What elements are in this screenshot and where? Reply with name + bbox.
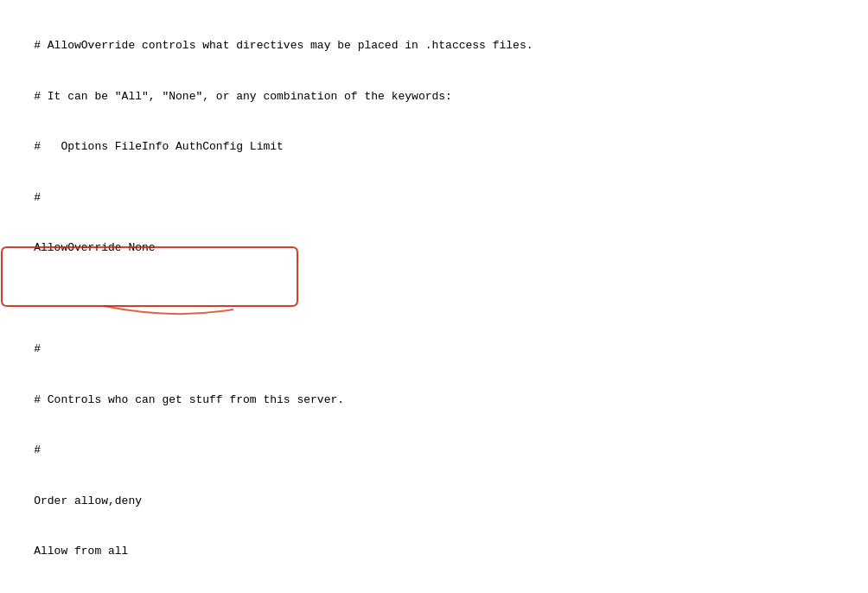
code-line xyxy=(7,290,861,308)
code-line: # xyxy=(7,442,861,459)
code-line: AllowOverride None xyxy=(7,239,861,257)
code-line: Allow from all xyxy=(7,543,861,560)
code-line: # It can be "All", "None", or any combin… xyxy=(7,88,861,105)
code-line: # Options FileInfo AuthConfig Limit xyxy=(7,138,861,156)
code-line: # AllowOverride controls what directives… xyxy=(7,37,861,54)
code-line: # Controls who can get stuff from this s… xyxy=(7,392,861,409)
code-line: # xyxy=(7,341,861,358)
code-line: Order allow,deny xyxy=(7,493,861,510)
code-block: # AllowOverride controls what directives… xyxy=(0,0,868,593)
code-line: # xyxy=(7,189,861,207)
